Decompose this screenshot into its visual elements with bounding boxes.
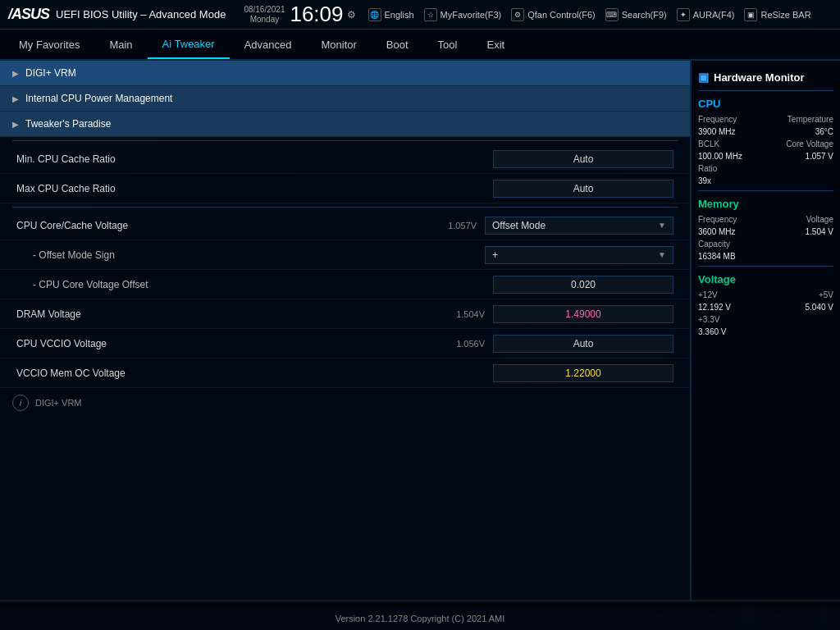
nav-bar: My Favorites Main Ai Tweaker Advanced Mo… xyxy=(0,30,840,61)
dropdown-arrow-2: ▼ xyxy=(658,250,666,259)
nav-item-advanced[interactable]: Advanced xyxy=(230,30,307,59)
collapse-arrow-3: ▶ xyxy=(12,120,19,129)
max-cpu-cache-ratio-label: Max CPU Cache Ratio xyxy=(16,183,493,194)
nav-item-my-favorites[interactable]: My Favorites xyxy=(4,30,94,59)
vccio-mem-oc-voltage-label: VCCIO Mem OC Voltage xyxy=(16,368,493,379)
cpu-frequency-values: 3900 MHz 36°C xyxy=(698,127,833,136)
cpu-temp-label: Temperature xyxy=(788,115,833,124)
setting-cpu-core-cache-voltage[interactable]: CPU Core/Cache Voltage 1.057V Offset Mod… xyxy=(0,211,690,240)
cpu-core-voltage-offset-value[interactable]: 0.020 xyxy=(493,276,673,294)
dram-voltage-label: DRAM Voltage xyxy=(16,308,440,320)
qfan-button[interactable]: ⚙ Qfan Control(F6) xyxy=(511,8,596,21)
monitor-icon: ▣ xyxy=(698,71,709,84)
hw-monitor-title: Hardware Monitor xyxy=(714,71,805,84)
setting-vccio-mem-oc-voltage[interactable]: VCCIO Mem OC Voltage 1.22000 xyxy=(0,358,690,388)
cpu-vccio-voltage-current: 1.056V xyxy=(440,339,485,349)
search-button[interactable]: ⌨ Search(F9) xyxy=(605,8,667,21)
bios-title: UEFI BIOS Utility – Advanced Mode xyxy=(56,8,226,21)
setting-dram-voltage[interactable]: DRAM Voltage 1.504V 1.49000 xyxy=(0,299,690,329)
cpu-ratio-value: 39x xyxy=(698,176,711,185)
asus-logo: /ASUS UEFI BIOS Utility – Advanced Mode xyxy=(8,6,226,23)
mem-freq-values: 3600 MHz 1.504 V xyxy=(698,227,833,236)
nav-item-exit[interactable]: Exit xyxy=(472,30,519,59)
myfavorite-label: MyFavorite(F3) xyxy=(441,10,502,20)
resize-icon: ▣ xyxy=(744,8,757,21)
cpu-core-cache-voltage-label: CPU Core/Cache Voltage xyxy=(16,220,431,231)
mem-freq-value: 3600 MHz xyxy=(698,227,736,236)
cpu-core-cache-voltage-value[interactable]: Offset Mode ▼ xyxy=(485,217,673,235)
toolbar: 🌐 English ☆ MyFavorite(F3) ⚙ Qfan Contro… xyxy=(368,8,811,21)
max-cpu-cache-ratio-value[interactable]: Auto xyxy=(493,180,673,198)
v5-value: 5.040 V xyxy=(806,303,833,312)
min-cpu-cache-ratio-value[interactable]: Auto xyxy=(493,150,673,168)
cpu-core-cache-voltage-current: 1.057V xyxy=(431,221,477,231)
main-layout: ▶ DIGI+ VRM ▶ Internal CPU Power Managem… xyxy=(0,61,840,600)
v33-value: 3.360 V xyxy=(698,327,726,336)
v33-value-row: 3.360 V xyxy=(698,327,833,336)
myfavorite-button[interactable]: ☆ MyFavorite(F3) xyxy=(424,8,502,21)
section-digi-vrm-label: DIGI+ VRM xyxy=(25,67,76,79)
dram-voltage-value[interactable]: 1.49000 xyxy=(493,305,673,323)
nav-item-main[interactable]: Main xyxy=(94,30,147,59)
collapse-arrow: ▶ xyxy=(12,69,19,78)
cpu-ratio-label: Ratio xyxy=(698,164,717,173)
section-internal-cpu[interactable]: ▶ Internal CPU Power Management xyxy=(0,86,690,112)
v12-label: +12V xyxy=(698,290,718,299)
memory-section-title: Memory xyxy=(698,198,833,210)
resize-bar-button[interactable]: ▣ ReSize BAR xyxy=(744,8,810,21)
v12-values: 12.192 V 5.040 V xyxy=(698,303,833,312)
info-text: DIGI+ VRM xyxy=(35,398,82,408)
hw-divider-2 xyxy=(698,266,833,267)
cpu-freq-label: Frequency xyxy=(698,115,737,124)
aura-icon: ✦ xyxy=(677,8,690,21)
cpu-vccio-voltage-label: CPU VCCIO Voltage xyxy=(16,338,440,349)
mem-volt-label: Voltage xyxy=(806,215,833,224)
offset-mode-sign-value[interactable]: + ▼ xyxy=(485,246,673,264)
section-digi-vrm[interactable]: ▶ DIGI+ VRM xyxy=(0,61,690,86)
cpu-vccio-voltage-value[interactable]: Auto xyxy=(493,335,673,353)
min-cpu-cache-ratio-label: Min. CPU Cache Ratio xyxy=(16,153,493,165)
setting-offset-mode-sign[interactable]: - Offset Mode Sign + ▼ xyxy=(0,240,690,270)
globe-icon: 🌐 xyxy=(368,8,381,21)
nav-item-tool[interactable]: Tool xyxy=(423,30,472,59)
aura-button[interactable]: ✦ AURA(F4) xyxy=(677,8,735,21)
v33-label: +3.3V xyxy=(698,315,719,324)
cpu-bclk-row: BCLK Core Voltage xyxy=(698,139,833,148)
language-selector[interactable]: 🌐 English xyxy=(368,8,414,21)
time-display: 16:09 xyxy=(290,2,343,27)
section-internal-cpu-label: Internal CPU Power Management xyxy=(25,93,172,104)
section-tweakers-paradise[interactable]: ▶ Tweaker's Paradise xyxy=(0,112,690,137)
cpu-temp-value: 36°C xyxy=(815,127,833,136)
setting-cpu-vccio-voltage[interactable]: CPU VCCIO Voltage 1.056V Auto xyxy=(0,329,690,358)
search-label: Search(F9) xyxy=(622,10,667,20)
left-panel: ▶ DIGI+ VRM ▶ Internal CPU Power Managem… xyxy=(0,61,691,600)
v33-row: +3.3V xyxy=(698,315,833,324)
cpu-ratio-value-row: 39x xyxy=(698,176,833,185)
section-tweakers-paradise-label: Tweaker's Paradise xyxy=(25,118,111,130)
setting-max-cpu-cache-ratio[interactable]: Max CPU Cache Ratio Auto xyxy=(0,174,690,203)
mem-cap-value: 16384 MB xyxy=(698,252,736,261)
mem-cap-value-row: 16384 MB xyxy=(698,252,833,261)
gear-icon[interactable]: ⚙ xyxy=(347,9,356,21)
setting-cpu-core-voltage-offset[interactable]: - CPU Core Voltage Offset 0.020 xyxy=(0,270,690,299)
offset-mode-sign-label: - Offset Mode Sign xyxy=(16,249,485,261)
cpu-freq-value: 3900 MHz xyxy=(698,127,736,136)
favorite-icon: ☆ xyxy=(424,8,437,21)
dram-voltage-current: 1.504V xyxy=(440,309,485,319)
vccio-mem-oc-voltage-value[interactable]: 1.22000 xyxy=(493,364,673,382)
aura-label: AURA(F4) xyxy=(693,10,735,20)
cpu-frequency-row: Frequency Temperature xyxy=(698,115,833,124)
cpu-corevolt-label: Core Voltage xyxy=(786,139,833,148)
datetime-area: 08/16/2021 Monday 16:09 ⚙ xyxy=(244,2,355,27)
nav-item-ai-tweaker[interactable]: Ai Tweaker xyxy=(148,30,230,59)
cpu-bclk-values: 100.00 MHz 1.057 V xyxy=(698,152,833,161)
v12-row: +12V +5V xyxy=(698,290,833,299)
version-text: Version 2.21.1278 Copyright (C) 2021 AMI xyxy=(336,614,505,623)
mem-volt-value: 1.504 V xyxy=(806,227,833,236)
nav-item-boot[interactable]: Boot xyxy=(372,30,423,59)
setting-min-cpu-cache-ratio[interactable]: Min. CPU Cache Ratio Auto xyxy=(0,144,690,174)
cpu-bclk-value: 100.00 MHz xyxy=(698,152,742,161)
cpu-core-voltage-offset-label: - CPU Core Voltage Offset xyxy=(16,279,493,290)
info-bar: i DIGI+ VRM xyxy=(0,388,690,418)
nav-item-monitor[interactable]: Monitor xyxy=(307,30,372,59)
